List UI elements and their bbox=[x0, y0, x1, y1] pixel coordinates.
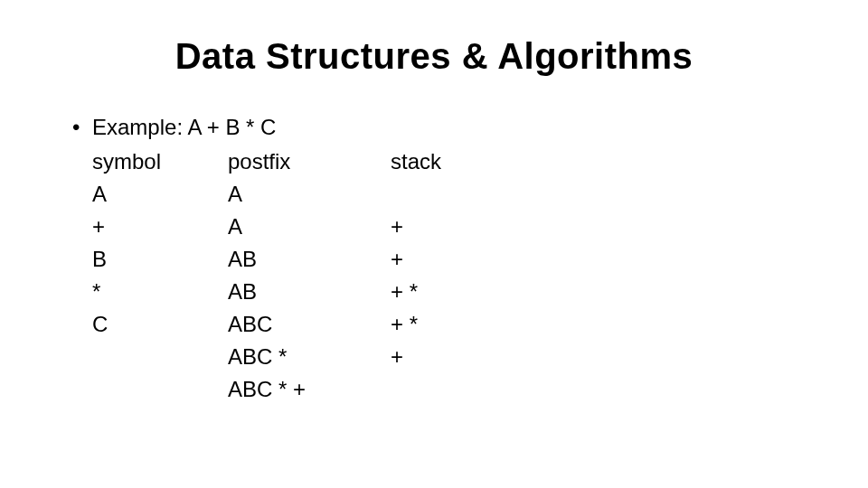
cell-symbol: + bbox=[92, 211, 228, 243]
cell-symbol: * bbox=[92, 276, 228, 308]
cell-postfix: A bbox=[228, 211, 391, 243]
table-row: C ABC + * bbox=[92, 308, 526, 341]
table-row: B AB + bbox=[92, 243, 526, 276]
cell-stack: + * bbox=[391, 276, 526, 308]
bullet-item: • Example: A + B * C bbox=[72, 113, 803, 142]
table-row: + A + bbox=[92, 211, 526, 243]
table-row: * AB + * bbox=[92, 276, 526, 308]
table-row: ABC * + bbox=[92, 373, 526, 406]
trace-table-wrap: symbol postfix stack A A + A + B AB + * bbox=[92, 145, 803, 406]
slide: Data Structures & Algorithms • Example: … bbox=[0, 0, 868, 488]
cell-postfix: AB bbox=[228, 243, 391, 276]
table-row: A A bbox=[92, 178, 526, 211]
cell-stack bbox=[391, 373, 526, 406]
cell-stack: + * bbox=[391, 308, 526, 341]
bullet-dot-icon: • bbox=[72, 113, 92, 142]
cell-stack: + bbox=[391, 211, 526, 243]
col-header-stack: stack bbox=[391, 145, 526, 178]
col-header-postfix: postfix bbox=[228, 145, 391, 178]
cell-symbol: C bbox=[92, 308, 228, 341]
table-row: ABC * + bbox=[92, 341, 526, 373]
cell-stack: + bbox=[391, 243, 526, 276]
slide-title: Data Structures & Algorithms bbox=[65, 36, 803, 77]
cell-symbol bbox=[92, 341, 228, 373]
cell-symbol: B bbox=[92, 243, 228, 276]
cell-stack: + bbox=[391, 341, 526, 373]
trace-table: symbol postfix stack A A + A + B AB + * bbox=[92, 145, 526, 406]
cell-symbol bbox=[92, 373, 228, 406]
cell-postfix: AB bbox=[228, 276, 391, 308]
cell-symbol: A bbox=[92, 178, 228, 211]
cell-postfix: A bbox=[228, 178, 391, 211]
col-header-symbol: symbol bbox=[92, 145, 228, 178]
cell-stack bbox=[391, 178, 526, 211]
bullet-text: Example: A + B * C bbox=[92, 113, 276, 142]
cell-postfix: ABC * + bbox=[228, 373, 391, 406]
table-header-row: symbol postfix stack bbox=[92, 145, 526, 178]
cell-postfix: ABC * bbox=[228, 341, 391, 373]
cell-postfix: ABC bbox=[228, 308, 391, 341]
